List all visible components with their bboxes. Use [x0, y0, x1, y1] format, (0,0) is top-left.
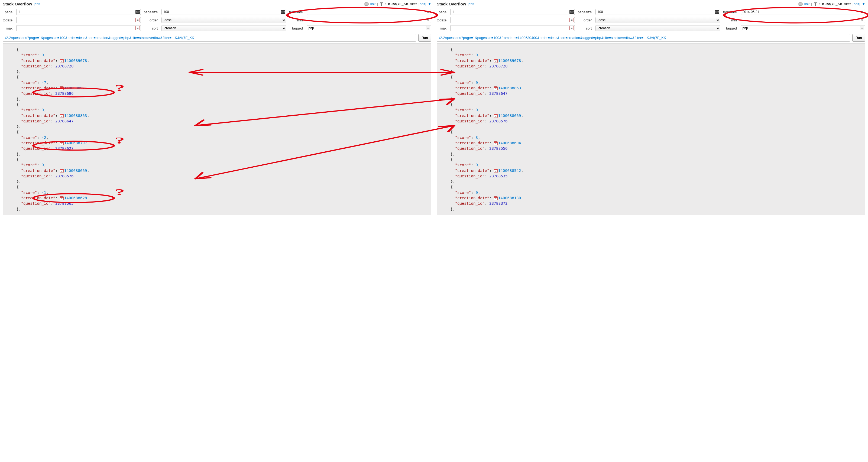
pagesize-label: pagesize [144, 10, 159, 14]
params-grid: page123 pagesize123 fromdate todate orde… [3, 8, 431, 32]
request-url[interactable]: /2.2/questions?page=1&pagesize=100&order… [3, 34, 416, 42]
dropdown-icon[interactable]: ▼ [862, 2, 865, 6]
calendar-icon [60, 169, 64, 173]
filter-icon [814, 2, 817, 6]
min-input[interactable] [307, 17, 431, 23]
run-button[interactable]: Run [852, 34, 865, 42]
question-id-link[interactable]: 23788720 [55, 64, 73, 68]
sort-label: sort [578, 26, 593, 30]
url-row: /2.2/questions?page=1&pagesize=100&fromd… [437, 34, 865, 42]
question-id-link[interactable]: 23788720 [489, 64, 507, 68]
question-id-link[interactable]: 23788647 [489, 91, 507, 96]
link-icon [798, 2, 803, 6]
order-label: order [144, 18, 159, 22]
question-id-link[interactable]: 23788556 [489, 146, 507, 151]
header-row: Stack Overflow [edit] link | !--KJAf(7F_… [437, 2, 865, 6]
todate-label: todate [437, 18, 447, 22]
number-icon: 123 [281, 10, 285, 14]
pagesize-label: pagesize [578, 10, 593, 14]
max-input[interactable] [16, 25, 141, 31]
calendar-icon [60, 114, 64, 118]
results-json: { "score": 0, "creation_date": 140068907… [437, 43, 865, 215]
filter-value: !--KJAf(7F_KK [385, 2, 409, 6]
calendar-icon [135, 18, 140, 22]
calendar-icon [860, 18, 864, 22]
max-label: max [437, 26, 447, 30]
sort-label: sort [144, 26, 159, 30]
site-edit-link[interactable]: [edit] [34, 2, 41, 6]
order-select[interactable]: desc [161, 17, 286, 23]
calendar-icon [494, 196, 498, 200]
link-icon [364, 2, 369, 6]
number-icon: 123 [569, 10, 574, 14]
fromdate-label: fromdate [723, 10, 738, 14]
min-input[interactable] [741, 17, 865, 23]
keyboard-icon: ⌨ [860, 26, 864, 30]
todate-input[interactable] [16, 17, 141, 23]
calendar-icon [494, 114, 498, 118]
question-id-link[interactable]: 23788576 [55, 174, 73, 178]
tagged-label: tagged [289, 26, 304, 30]
fromdate-input[interactable] [307, 9, 431, 15]
params-grid: page123 pagesize123 fromdate todate orde… [437, 8, 865, 32]
question-id-link[interactable]: 23788535 [489, 174, 507, 178]
link-text[interactable]: link [804, 2, 810, 6]
filter-word: filter [410, 2, 417, 6]
max-label: max [3, 26, 13, 30]
order-select[interactable]: desc [595, 17, 720, 23]
calendar-icon [494, 141, 498, 145]
site-edit-link[interactable]: [edit] [468, 2, 475, 6]
page-label: page [3, 10, 13, 14]
filter-value: !--KJAf(7F_KK [819, 2, 843, 6]
calendar-icon [426, 10, 430, 14]
sort-select[interactable]: creation [161, 25, 286, 31]
dropdown-icon[interactable]: ▼ [428, 2, 431, 6]
tagged-input[interactable] [307, 25, 431, 31]
page-label: page [437, 10, 447, 14]
calendar-icon [426, 18, 430, 22]
calendar-icon [860, 10, 864, 14]
page-input[interactable] [450, 9, 575, 15]
filter-icon [380, 2, 383, 6]
question-id-link[interactable]: 23788627 [55, 146, 73, 151]
tagged-input[interactable] [741, 25, 865, 31]
question-id-link[interactable]: 23788576 [489, 119, 507, 123]
filter-edit-link[interactable]: [edit] [418, 2, 426, 6]
site-title: Stack Overflow [3, 2, 32, 6]
number-icon: 123 [135, 10, 140, 14]
calendar-icon [569, 18, 574, 22]
pagesize-input[interactable] [161, 9, 286, 15]
calendar-icon [494, 59, 498, 63]
filter-edit-link[interactable]: [edit] [852, 2, 860, 6]
min-label: min [289, 18, 304, 22]
number-icon: 123 [715, 10, 719, 14]
keyboard-icon: ⌨ [426, 26, 430, 30]
question-id-link[interactable]: 23788686 [55, 91, 73, 96]
filter-word: filter [844, 2, 851, 6]
page-input[interactable] [16, 9, 141, 15]
calendar-icon [494, 87, 498, 90]
link-text[interactable]: link [370, 2, 376, 6]
calendar-icon [60, 59, 64, 63]
sort-select[interactable]: creation [595, 25, 720, 31]
request-url[interactable]: /2.2/questions?page=1&pagesize=100&fromd… [437, 34, 850, 42]
run-button[interactable]: Run [418, 34, 431, 42]
todate-label: todate [3, 18, 13, 22]
question-id-link[interactable]: 23788647 [55, 119, 73, 123]
pagesize-input[interactable] [595, 9, 720, 15]
question-id-link[interactable]: 23788565 [55, 201, 73, 205]
header-row: Stack Overflow [edit] link | !--KJAf(7F_… [3, 2, 431, 6]
calendar-icon [569, 26, 574, 30]
min-label: min [723, 18, 738, 22]
calendar-icon [60, 87, 64, 90]
question-id-link[interactable]: 23788372 [489, 201, 507, 205]
tagged-label: tagged [723, 26, 738, 30]
fromdate-input[interactable] [741, 9, 865, 15]
results-json: { "score": 0, "creation_date": 140068907… [3, 43, 431, 215]
max-input[interactable] [450, 25, 575, 31]
calendar-icon [494, 169, 498, 173]
url-row: /2.2/questions?page=1&pagesize=100&order… [3, 34, 431, 42]
calendar-icon [60, 196, 64, 200]
fromdate-label: fromdate [289, 10, 304, 14]
todate-input[interactable] [450, 17, 575, 23]
